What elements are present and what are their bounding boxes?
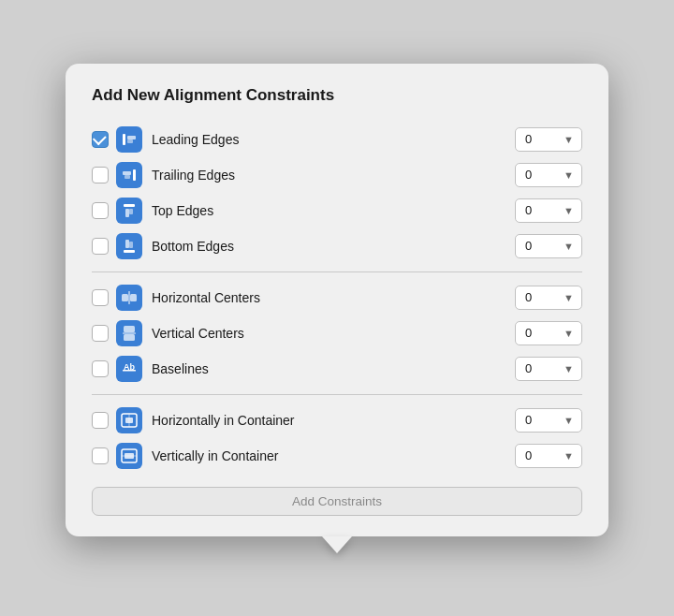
- bottom-edges-label: Bottom Edges: [152, 239, 515, 254]
- horiz-container-arrow: ▼: [564, 415, 574, 426]
- panel: Add New Alignment Constraints Leading Ed…: [66, 64, 608, 536]
- popup-wrapper: Add New Alignment Constraints Leading Ed…: [66, 64, 608, 553]
- svg-rect-3: [133, 169, 136, 181]
- vert-container-value: 0: [525, 448, 532, 462]
- bottom-edges-icon: [116, 233, 142, 259]
- vertical-centers-row: Vertical Centers 0 ▼: [92, 315, 582, 351]
- svg-rect-5: [125, 175, 130, 179]
- leading-edges-label: Leading Edges: [152, 132, 515, 147]
- leading-edges-checkbox[interactable]: [92, 131, 109, 148]
- trailing-edges-row: Trailing Edges 0 ▼: [92, 157, 582, 193]
- bottom-edges-value: 0: [525, 239, 532, 253]
- baselines-row: Ab Baselines 0 ▼: [92, 351, 582, 387]
- trailing-edges-arrow: ▼: [564, 169, 574, 181]
- svg-rect-8: [129, 209, 133, 214]
- svg-rect-13: [130, 294, 137, 301]
- constraint-group-2: Horizontal Centers 0 ▼ Vertical Centers: [92, 280, 582, 387]
- vertical-centers-value: 0: [525, 326, 532, 340]
- svg-rect-7: [125, 209, 129, 217]
- svg-rect-25: [122, 455, 137, 456]
- horizontal-centers-checkbox[interactable]: [92, 289, 109, 306]
- bottom-edges-select[interactable]: 0 ▼: [515, 234, 582, 258]
- top-edges-icon: [116, 198, 142, 224]
- vert-container-row: Vertically in Container 0 ▼: [92, 438, 582, 474]
- leading-edges-value: 0: [525, 132, 532, 146]
- svg-rect-6: [124, 204, 135, 207]
- horizontal-centers-arrow: ▼: [564, 292, 574, 303]
- baselines-icon: Ab: [116, 356, 142, 382]
- svg-rect-1: [127, 136, 136, 139]
- bottom-edges-row: Bottom Edges 0 ▼: [92, 228, 582, 264]
- trailing-edges-icon: [116, 162, 142, 188]
- horizontal-centers-icon: [116, 285, 142, 311]
- baselines-label: Baselines: [152, 361, 515, 376]
- horiz-container-value: 0: [525, 413, 532, 427]
- divider-2: [92, 394, 582, 395]
- bottom-edges-checkbox[interactable]: [92, 238, 109, 255]
- svg-rect-4: [123, 171, 131, 175]
- leading-edges-arrow: ▼: [564, 134, 574, 145]
- trailing-edges-value: 0: [525, 168, 532, 182]
- svg-rect-0: [123, 134, 125, 145]
- constraint-group-3: Horizontally in Container 0 ▼ Vertically…: [92, 403, 582, 474]
- trailing-edges-label: Trailing Edges: [152, 168, 515, 183]
- baselines-checkbox[interactable]: [92, 360, 109, 377]
- constraint-group-1: Leading Edges 0 ▼ Trailing Edges: [92, 122, 582, 264]
- trailing-edges-select[interactable]: 0 ▼: [515, 163, 582, 187]
- svg-rect-14: [129, 291, 130, 304]
- leading-edges-icon: [116, 126, 142, 153]
- svg-rect-10: [125, 240, 129, 248]
- panel-title: Add New Alignment Constraints: [92, 86, 582, 105]
- vertical-centers-label: Vertical Centers: [152, 326, 515, 341]
- top-edges-row: Top Edges 0 ▼: [92, 193, 582, 228]
- horizontal-centers-row: Horizontal Centers 0 ▼: [92, 280, 582, 315]
- top-edges-select[interactable]: 0 ▼: [515, 198, 582, 223]
- top-edges-label: Top Edges: [152, 203, 515, 218]
- vert-container-label: Vertically in Container: [152, 448, 515, 463]
- vertical-centers-checkbox[interactable]: [92, 325, 109, 342]
- baselines-value: 0: [525, 361, 532, 375]
- horiz-container-select[interactable]: 0 ▼: [515, 408, 582, 433]
- add-constraints-button[interactable]: Add Constraints: [92, 487, 582, 516]
- top-edges-arrow: ▼: [564, 205, 574, 216]
- top-edges-value: 0: [525, 203, 532, 217]
- svg-rect-11: [129, 242, 133, 248]
- horizontal-centers-select[interactable]: 0 ▼: [515, 286, 582, 310]
- bottom-edges-arrow: ▼: [564, 241, 574, 252]
- svg-text:Ab: Ab: [124, 362, 135, 372]
- horizontal-centers-value: 0: [525, 290, 532, 304]
- horiz-container-checkbox[interactable]: [92, 412, 109, 429]
- vert-container-arrow: ▼: [564, 450, 574, 462]
- svg-rect-12: [122, 294, 128, 301]
- vert-container-select[interactable]: 0 ▼: [515, 444, 582, 468]
- vert-container-checkbox[interactable]: [92, 447, 109, 464]
- vert-container-icon: [116, 443, 142, 469]
- tooltip-arrow: [322, 536, 352, 553]
- svg-rect-16: [124, 334, 135, 341]
- baselines-arrow: ▼: [564, 363, 574, 374]
- vertical-centers-arrow: ▼: [564, 328, 574, 339]
- vertical-centers-icon: [116, 320, 142, 346]
- vertical-centers-select[interactable]: 0 ▼: [515, 321, 582, 345]
- baselines-select[interactable]: 0 ▼: [515, 357, 582, 381]
- svg-rect-9: [124, 250, 135, 253]
- leading-edges-select[interactable]: 0 ▼: [515, 127, 582, 152]
- horiz-container-row: Horizontally in Container 0 ▼: [92, 403, 582, 438]
- svg-rect-22: [129, 414, 130, 427]
- horiz-container-icon: [116, 407, 142, 433]
- leading-edges-row: Leading Edges 0 ▼: [92, 122, 582, 157]
- trailing-edges-checkbox[interactable]: [92, 167, 109, 183]
- horiz-container-label: Horizontally in Container: [152, 413, 515, 428]
- horizontal-centers-label: Horizontal Centers: [152, 290, 515, 305]
- top-edges-checkbox[interactable]: [92, 202, 109, 219]
- svg-rect-15: [124, 326, 135, 332]
- svg-rect-17: [123, 332, 136, 333]
- svg-rect-2: [127, 139, 133, 143]
- divider-1: [92, 271, 582, 272]
